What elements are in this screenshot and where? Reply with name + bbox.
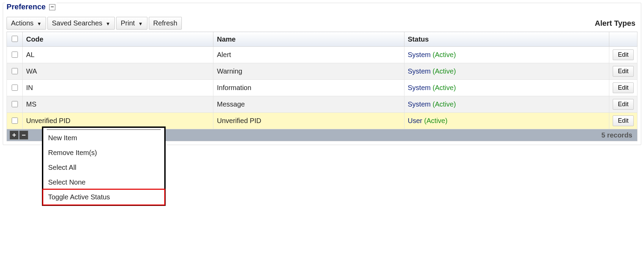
status-scope: System [408,51,433,58]
context-menu-item[interactable]: New Item [43,131,164,145]
collapse-icon[interactable]: − [49,4,55,10]
cell-name: Message [213,96,404,113]
status-scope: User [408,117,424,124]
cell-code: IN [23,80,213,96]
header-code[interactable]: Code [23,32,213,47]
record-count: 5 records [601,131,634,139]
actions-button[interactable]: Actions ▼ [7,17,46,30]
chevron-down-icon: ▼ [138,21,143,26]
toolbar: Actions ▼ Saved Searches ▼ Print ▼ Refre… [7,17,637,30]
print-button[interactable]: Print ▼ [116,17,147,30]
cell-status: System (Active) [404,80,609,96]
cell-status: System (Active) [404,63,609,80]
cell-name: Warning [213,63,404,80]
cell-name: Unverified PID [213,113,404,129]
table-row[interactable]: ALAlertSystem (Active)Edit [7,47,637,63]
cell-edit: Edit [609,47,637,63]
refresh-label: Refresh [153,19,177,27]
header-checkbox-cell [7,32,23,47]
status-scope: System [408,67,433,75]
table-row[interactable]: WAWarningSystem (Active)Edit [7,63,637,80]
cell-code: WA [23,63,213,80]
edit-button[interactable]: Edit [613,115,634,126]
alert-types-table: Code Name Status ALAlertSystem (Active)E… [7,32,637,129]
row-checkbox[interactable] [12,52,18,58]
status-state: (Active) [433,51,456,58]
table-row[interactable]: INInformationSystem (Active)Edit [7,80,637,96]
cell-status: System (Active) [404,47,609,63]
row-checkbox-cell [7,96,23,113]
edit-button[interactable]: Edit [613,49,634,60]
select-all-checkbox[interactable] [12,36,18,42]
cell-edit: Edit [609,80,637,96]
cell-status: User (Active) [404,113,609,129]
add-row-button[interactable]: + [10,131,19,140]
row-checkbox[interactable] [12,85,18,91]
section-label: Alert Types [595,19,637,28]
add-remove-group: + − [10,131,28,140]
status-state: (Active) [433,100,456,108]
status-state: (Active) [424,117,447,124]
edit-button[interactable]: Edit [613,82,634,93]
menu-separator [47,129,161,130]
context-menu-item[interactable]: Remove Item(s) [43,145,164,148]
table-header-row: Code Name Status [7,32,637,47]
cell-name: Alert [213,47,404,63]
cell-edit: Edit [609,96,637,113]
refresh-button[interactable]: Refresh [149,17,182,30]
status-state: (Active) [433,67,456,75]
row-checkbox[interactable] [12,118,18,124]
cell-code: MS [23,96,213,113]
row-checkbox-cell [7,113,23,129]
cell-status: System (Active) [404,96,609,113]
saved-searches-label: Saved Searches [52,19,102,27]
header-name[interactable]: Name [213,32,404,47]
row-checkbox[interactable] [12,68,18,74]
status-scope: System [408,100,433,108]
cell-edit: Edit [609,113,637,129]
panel-title: Preference [7,2,46,11]
row-checkbox-cell [7,80,23,96]
table-row[interactable]: MSMessageSystem (Active)Edit [7,96,637,113]
row-checkbox-cell [7,47,23,63]
remove-row-button[interactable]: − [19,131,28,140]
chevron-down-icon: ▼ [106,21,110,26]
toolbar-left: Actions ▼ Saved Searches ▼ Print ▼ Refre… [7,17,182,30]
row-checkbox-cell [7,63,23,80]
status-scope: System [408,84,433,91]
chevron-down-icon: ▼ [37,21,42,26]
status-state: (Active) [433,84,456,91]
saved-searches-button[interactable]: Saved Searches ▼ [47,17,115,30]
context-menu: New ItemRemove Item(s)Select AllSelect N… [42,126,166,148]
row-checkbox[interactable] [12,101,18,107]
actions-label: Actions [11,19,34,27]
header-edit [609,32,637,47]
cell-edit: Edit [609,63,637,80]
panel-legend: Preference − [5,2,57,11]
cell-name: Information [213,80,404,96]
edit-button[interactable]: Edit [613,99,634,110]
preference-panel: Preference − Actions ▼ Saved Searches ▼ … [3,3,641,145]
header-status[interactable]: Status [404,32,609,47]
edit-button[interactable]: Edit [613,66,634,77]
print-label: Print [121,19,135,27]
cell-code: AL [23,47,213,63]
